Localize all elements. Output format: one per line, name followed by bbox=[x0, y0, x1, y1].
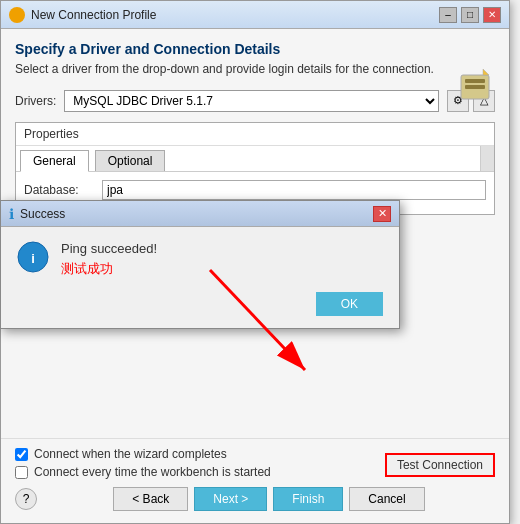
success-title-bar: ℹ Success ✕ bbox=[1, 201, 399, 227]
window-icon bbox=[9, 7, 25, 23]
tabs-row: General Optional bbox=[16, 146, 494, 172]
minimize-btn[interactable]: – bbox=[439, 7, 457, 23]
driver-row: Drivers: MySQL JDBC Driver 5.1.7 ⚙ △ bbox=[15, 90, 495, 112]
info-icon: i bbox=[17, 241, 49, 273]
chinese-message: 测试成功 bbox=[61, 260, 383, 278]
svg-text:i: i bbox=[31, 251, 35, 266]
next-button[interactable]: Next > bbox=[194, 487, 267, 511]
ping-message: Ping succeeded! bbox=[61, 241, 383, 256]
properties-label: Properties bbox=[16, 123, 494, 146]
tab-general[interactable]: General bbox=[20, 150, 89, 172]
title-bar: New Connection Profile – □ ✕ bbox=[1, 1, 509, 29]
bottom-section: Connect when the wizard completes Connec… bbox=[1, 438, 509, 523]
svg-rect-1 bbox=[465, 79, 485, 83]
success-close-button[interactable]: ✕ bbox=[373, 206, 391, 222]
finish-button[interactable]: Finish bbox=[273, 487, 343, 511]
database-icon bbox=[455, 67, 495, 107]
main-content: Specify a Driver and Connection Details … bbox=[1, 29, 509, 227]
success-content: i Ping succeeded! 测试成功 bbox=[1, 227, 399, 292]
tab-optional[interactable]: Optional bbox=[95, 150, 166, 171]
success-dialog: ℹ Success ✕ i Ping succeeded! 测试成功 OK bbox=[0, 200, 400, 329]
help-button[interactable]: ? bbox=[15, 488, 37, 510]
database-label: Database: bbox=[24, 183, 94, 197]
nav-buttons: < Back Next > Finish Cancel bbox=[43, 487, 495, 511]
back-button[interactable]: < Back bbox=[113, 487, 188, 511]
test-connection-button[interactable]: Test Connection bbox=[385, 453, 495, 477]
section-title: Specify a Driver and Connection Details bbox=[15, 41, 495, 57]
nav-row: ? < Back Next > Finish Cancel bbox=[15, 487, 495, 511]
success-title-icon: ℹ bbox=[9, 206, 14, 222]
database-input[interactable] bbox=[102, 180, 486, 200]
svg-rect-2 bbox=[465, 85, 485, 89]
window-title: New Connection Profile bbox=[31, 8, 439, 22]
database-field-row: Database: bbox=[24, 180, 486, 200]
cancel-button[interactable]: Cancel bbox=[349, 487, 424, 511]
svg-marker-3 bbox=[483, 69, 489, 75]
tab-scrollbar[interactable] bbox=[480, 146, 494, 171]
success-title: Success bbox=[20, 207, 373, 221]
close-btn[interactable]: ✕ bbox=[483, 7, 501, 23]
ok-btn-row: OK bbox=[1, 292, 399, 328]
driver-select[interactable]: MySQL JDBC Driver 5.1.7 bbox=[64, 90, 439, 112]
maximize-btn[interactable]: □ bbox=[461, 7, 479, 23]
window-controls: – □ ✕ bbox=[439, 7, 501, 23]
ok-button[interactable]: OK bbox=[316, 292, 383, 316]
success-text: Ping succeeded! 测试成功 bbox=[61, 241, 383, 278]
section-desc: Select a driver from the drop-down and p… bbox=[15, 61, 435, 78]
checkbox-wizard-label: Connect when the wizard completes bbox=[34, 447, 227, 461]
checkbox-wizard[interactable] bbox=[15, 448, 28, 461]
driver-label: Drivers: bbox=[15, 94, 56, 108]
checkbox-workbench[interactable] bbox=[15, 466, 28, 479]
checkbox-workbench-label: Connect every time the workbench is star… bbox=[34, 465, 271, 479]
